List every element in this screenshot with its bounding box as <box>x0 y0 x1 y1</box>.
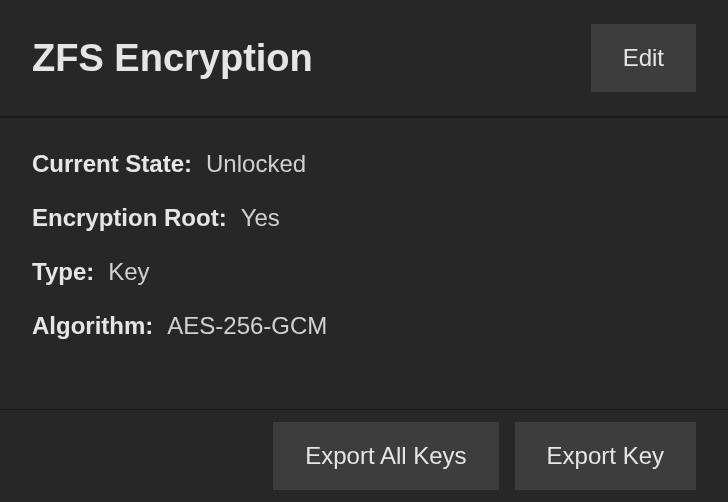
card-header: ZFS Encryption Edit <box>0 0 728 116</box>
card-body: Current State: Unlocked Encryption Root:… <box>0 118 728 409</box>
card-title: ZFS Encryption <box>32 37 313 80</box>
current-state-value: Unlocked <box>206 150 306 178</box>
zfs-encryption-card: ZFS Encryption Edit Current State: Unloc… <box>0 0 728 502</box>
type-row: Type: Key <box>32 258 696 286</box>
type-label: Type: <box>32 258 94 286</box>
type-value: Key <box>108 258 149 286</box>
algorithm-row: Algorithm: AES-256-GCM <box>32 312 696 340</box>
encryption-root-row: Encryption Root: Yes <box>32 204 696 232</box>
card-footer: Export All Keys Export Key <box>0 410 728 502</box>
algorithm-value: AES-256-GCM <box>167 312 327 340</box>
encryption-root-value: Yes <box>241 204 280 232</box>
current-state-label: Current State: <box>32 150 192 178</box>
export-all-keys-button[interactable]: Export All Keys <box>273 422 498 490</box>
export-key-button[interactable]: Export Key <box>515 422 696 490</box>
current-state-row: Current State: Unlocked <box>32 150 696 178</box>
algorithm-label: Algorithm: <box>32 312 153 340</box>
encryption-root-label: Encryption Root: <box>32 204 227 232</box>
edit-button[interactable]: Edit <box>591 24 696 92</box>
